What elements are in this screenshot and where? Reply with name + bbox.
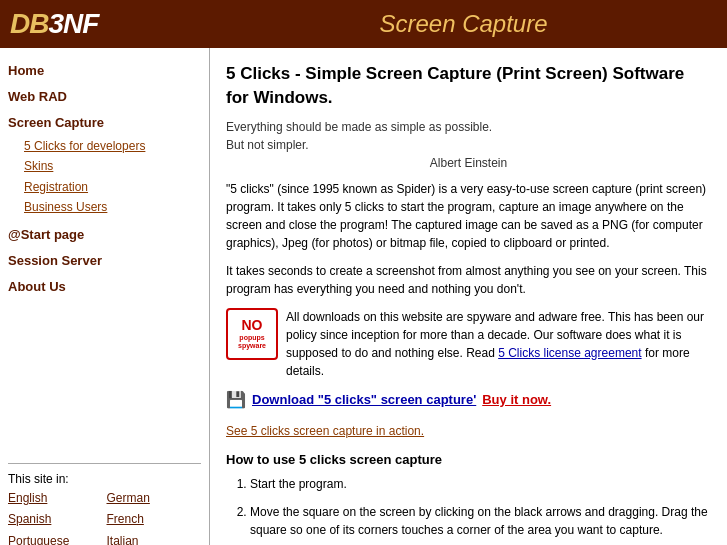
lang-german[interactable]: German <box>107 488 202 510</box>
lang-english[interactable]: English <box>8 488 103 510</box>
see-action-link[interactable]: See 5 clicks screen capture in action. <box>226 424 711 438</box>
step-1: Start the program. <box>250 475 711 493</box>
how-to-title: How to use 5 clicks screen capture <box>226 452 711 467</box>
popups-text: popups <box>239 334 264 342</box>
no-spyware-text: All downloads on this website are spywar… <box>286 308 711 380</box>
download-link[interactable]: Download "5 clicks" screen capture' <box>252 392 476 407</box>
nav-start-page[interactable]: @Start page <box>8 222 201 248</box>
spyware-text: spyware <box>238 342 266 350</box>
buy-link[interactable]: Buy it now. <box>482 392 551 407</box>
lang-french[interactable]: French <box>107 509 202 531</box>
nav-home[interactable]: Home <box>8 58 201 84</box>
download-line: 💾 Download "5 clicks" screen capture' Bu… <box>226 390 711 410</box>
header: DB3NF Screen Capture <box>0 0 727 48</box>
sidebar: Home Web RAD Screen Capture 5 Clicks for… <box>0 48 210 545</box>
language-grid: English German Spanish French Portuguese… <box>8 488 201 545</box>
quote-line1: Everything should be made as simple as p… <box>226 120 711 134</box>
nav-webrad[interactable]: Web RAD <box>8 84 201 110</box>
no-spyware-box: NO popups spyware All downloads on this … <box>226 308 711 380</box>
nav-5clicks-dev[interactable]: 5 Clicks for developers <box>8 136 201 156</box>
license-link[interactable]: 5 Clicks license agreement <box>498 346 641 360</box>
nav-business-users[interactable]: Business Users <box>8 197 201 217</box>
lang-spanish[interactable]: Spanish <box>8 509 103 531</box>
quote-author: Albert Einstein <box>226 156 711 170</box>
sidebar-divider <box>8 463 201 464</box>
no-spyware-icon: NO popups spyware <box>226 308 278 360</box>
lang-portuguese[interactable]: Portuguese <box>8 531 103 545</box>
body-text-1: "5 clicks" (since 1995 known as Spider) … <box>226 180 711 252</box>
main-content: 5 Clicks - Simple Screen Capture (Print … <box>210 48 727 545</box>
nav-skins[interactable]: Skins <box>8 156 201 176</box>
logo-3nf: 3NF <box>48 8 98 39</box>
logo: DB3NF <box>10 8 98 40</box>
nav-registration[interactable]: Registration <box>8 177 201 197</box>
body-text-2: It takes seconds to create a screenshot … <box>226 262 711 298</box>
step-2: Move the square on the screen by clickin… <box>250 503 711 539</box>
nav-session-server[interactable]: Session Server <box>8 248 201 274</box>
quote-line2: But not simpler. <box>226 138 711 152</box>
nav-section: Home Web RAD Screen Capture 5 Clicks for… <box>8 58 201 455</box>
nav-screencapture[interactable]: Screen Capture <box>8 110 201 136</box>
download-icon: 💾 <box>226 390 246 410</box>
steps-list: Start the program. Move the square on th… <box>226 475 711 539</box>
nav-about-us[interactable]: About Us <box>8 274 201 300</box>
language-title: This site in: <box>8 472 201 486</box>
no-text: NO <box>242 317 263 334</box>
header-title: Screen Capture <box>379 10 547 37</box>
logo-area: DB3NF <box>10 8 210 40</box>
lang-italian[interactable]: Italian <box>107 531 202 545</box>
layout: Home Web RAD Screen Capture 5 Clicks for… <box>0 48 727 545</box>
logo-db: DB <box>10 8 48 39</box>
main-title: 5 Clicks - Simple Screen Capture (Print … <box>226 62 711 110</box>
header-title-area: Screen Capture <box>210 10 717 38</box>
language-section: This site in: English German Spanish Fre… <box>8 472 201 545</box>
